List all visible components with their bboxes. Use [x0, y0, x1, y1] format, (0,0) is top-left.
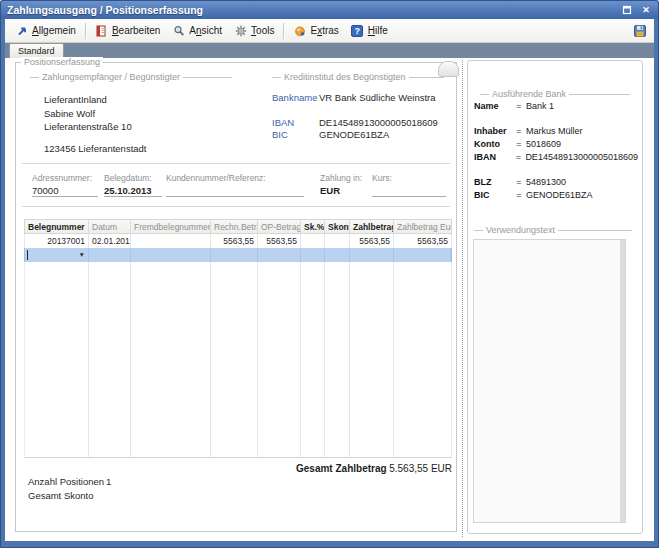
- gear-icon: [234, 24, 247, 37]
- extras-ball-icon: [293, 24, 306, 37]
- total-row: Gesamt Zahlbetrag 5.563,55 EUR: [296, 463, 452, 474]
- menu-label: Hilfe: [368, 25, 388, 36]
- table-empty-area[interactable]: [24, 262, 452, 458]
- tab-standard[interactable]: Standard: [9, 43, 64, 58]
- bank-row-iban: IBAN = DE14548913000005018609: [474, 152, 638, 165]
- table-header-cell[interactable]: Sk.%: [301, 220, 325, 233]
- app-window: Zahlungsausgang / Positionserfassung ✕ A…: [0, 0, 659, 548]
- panel-splitter[interactable]: [462, 60, 463, 537]
- total-value: 5.563,55 EUR: [389, 463, 452, 474]
- zahlung-in-input[interactable]: EUR: [320, 185, 364, 197]
- equals-sign: =: [512, 152, 526, 162]
- cell-sk-prozent: [301, 234, 325, 248]
- table-header-cell[interactable]: Fremdbelegnummer: [131, 220, 211, 233]
- close-button[interactable]: ✕: [640, 4, 652, 16]
- table-header-row: Belegnummer Datum Fremdbelegnummer Rechn…: [24, 219, 452, 234]
- adressnummer-field[interactable]: Adressnummer: 70000: [32, 173, 98, 197]
- equals-sign: =: [512, 190, 526, 200]
- executing-bank-panel: Ausführende Bank Name = Bank 1 Inhaber =…: [467, 60, 643, 534]
- iban-label: IBAN: [272, 117, 294, 128]
- dropdown-arrow-icon[interactable]: ▼: [79, 251, 85, 259]
- bank-row-bic: BIC = GENODE61BZA: [474, 190, 638, 203]
- divider: [22, 163, 450, 164]
- payee-street: Lieferantenstraße 10: [44, 120, 146, 134]
- menu-item-hilfe[interactable]: ? Hilfe: [345, 22, 394, 39]
- menu-label: Ansicht: [189, 25, 222, 36]
- cell-datum: 02.01.2013: [89, 234, 131, 248]
- bank-details: Name = Bank 1 Inhaber = Markus Müller Ko…: [474, 101, 638, 203]
- belegdatum-field[interactable]: Belegdatum: 25.10.2013: [104, 173, 162, 197]
- bic-label: BIC: [272, 129, 288, 140]
- table-header-cell[interactable]: Zahlbetrag: [350, 220, 394, 233]
- iban-value: DE14548913000005018609: [319, 117, 438, 128]
- menu-item-bearbeiten[interactable]: Bearbeiten: [89, 22, 166, 39]
- cell-zahlbetrag: 5563,55: [350, 234, 394, 248]
- adressnummer-input[interactable]: 70000: [32, 185, 98, 197]
- bank-row-blz: BLZ = 54891300: [474, 177, 638, 190]
- equals-sign: =: [512, 139, 526, 149]
- payee-city: 123456 Lieferantenstadt: [44, 142, 146, 156]
- equals-sign: =: [512, 101, 526, 111]
- table-row-selected[interactable]: ▼: [24, 248, 452, 262]
- menu-separator: [283, 23, 284, 39]
- cell-belegnummer: 20137001: [25, 234, 89, 248]
- section-verwendungstext-header: Verwendungstext: [474, 225, 632, 235]
- table-header-cell[interactable]: Rechn.Betrag: [211, 220, 258, 233]
- section-payee-header: Zahlungsempfänger / Begünstigter: [30, 72, 232, 82]
- menu-item-ansicht[interactable]: Ansicht: [166, 22, 228, 39]
- kundennummer-input[interactable]: [166, 185, 304, 197]
- count-value: 1: [106, 476, 111, 487]
- table-header-cell[interactable]: Belegnummer: [25, 220, 89, 233]
- kurs-input[interactable]: [372, 185, 446, 197]
- kurs-field[interactable]: Kurs:: [372, 173, 446, 197]
- table-header-cell[interactable]: Skonto: [325, 220, 350, 233]
- payee-name: LieferantInland: [44, 93, 146, 107]
- table-header-cell[interactable]: Zahlbetrag Euro: [394, 220, 451, 233]
- bank-row-name: Name = Bank 1: [474, 101, 638, 114]
- section-ausfuehrende-bank-header: Ausführende Bank: [480, 89, 630, 99]
- tabstrip: Standard: [5, 43, 654, 58]
- table-header-cell[interactable]: OP-Betrag: [258, 220, 301, 233]
- groupbox-positionserfassung: Positionserfassung Zahlungsempfänger / B…: [15, 62, 457, 532]
- section-bank-header: Kreditinstitut des Begünstigten: [272, 72, 444, 82]
- textarea-scrollbar[interactable]: [620, 240, 625, 522]
- zahlung-in-field[interactable]: Zahlung in: EUR: [320, 173, 364, 197]
- divider: [22, 206, 450, 207]
- table-row[interactable]: 20137001 02.01.2013 5563,55 5563,55 5563…: [24, 234, 452, 248]
- arrow-up-right-icon: [15, 24, 28, 37]
- menubar: Allgemein Bearbeiten Ansicht Tools: [5, 19, 654, 43]
- restore-icon: [622, 5, 632, 15]
- kundennummer-field[interactable]: Kundennummer/Referenz:: [166, 173, 304, 197]
- bankname-value: VR Bank Südliche Weinstra: [319, 92, 436, 103]
- verwendungstext-textarea[interactable]: [473, 239, 626, 523]
- cell-rechn-betrag: 5563,55: [211, 234, 258, 248]
- bankname-label: Bankname: [272, 92, 317, 103]
- cell-op-betrag: 5563,55: [258, 234, 301, 248]
- menu-item-extras[interactable]: Extras: [287, 22, 344, 39]
- payee-address: LieferantInland Sabine Wolf Lieferantens…: [44, 93, 146, 155]
- menu-label: Bearbeiten: [112, 25, 160, 36]
- content-area: Positionserfassung Zahlungsempfänger / B…: [5, 58, 654, 541]
- belegdatum-input[interactable]: 25.10.2013: [104, 185, 162, 197]
- splitter-collapse-handle[interactable]: [438, 61, 459, 77]
- total-label: Gesamt Zahlbetrag: [296, 463, 387, 474]
- menu-item-tools[interactable]: Tools: [228, 22, 280, 39]
- table-header-cell[interactable]: Datum: [89, 220, 131, 233]
- new-entry-cell[interactable]: ▼: [25, 248, 89, 262]
- floppy-disk-icon: [633, 24, 647, 38]
- bic-value: GENODE61BZA: [319, 129, 389, 140]
- bank-row-inhaber: Inhaber = Markus Müller: [474, 126, 638, 139]
- help-icon: ?: [351, 24, 364, 37]
- groupbox-legend: Positionserfassung: [21, 57, 103, 67]
- payee-contact: Sabine Wolf: [44, 107, 146, 121]
- cell-skonto: [325, 234, 350, 248]
- restore-button[interactable]: [621, 4, 633, 16]
- save-button[interactable]: [630, 23, 650, 39]
- text-caret: [27, 250, 28, 260]
- menu-item-allgemein[interactable]: Allgemein: [9, 22, 82, 39]
- edit-notebook-icon: [95, 24, 108, 37]
- titlebar: Zahlungsausgang / Positionserfassung ✕: [1, 1, 658, 19]
- equals-sign: =: [512, 177, 526, 187]
- bank-row-konto: Konto = 5018609: [474, 139, 638, 152]
- magnifier-icon: [172, 24, 185, 37]
